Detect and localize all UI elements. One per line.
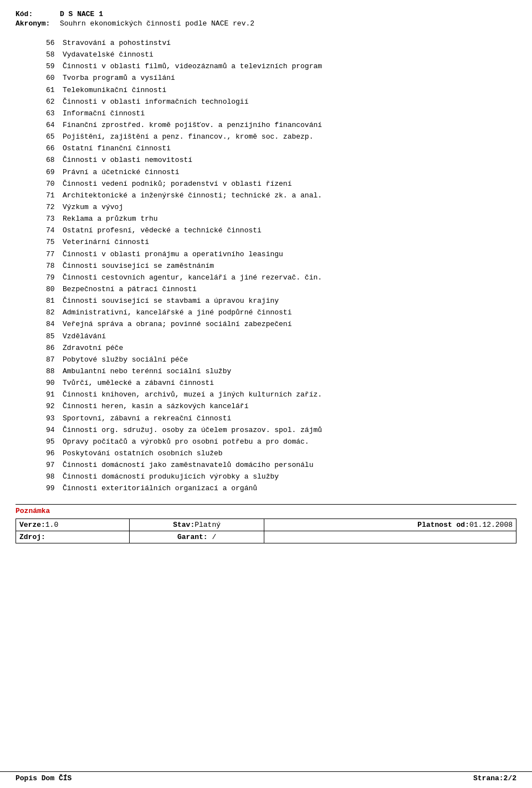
row-number: 88 <box>16 366 63 377</box>
row-text: Sportovní, zábavní a rekreační činnosti <box>63 413 516 424</box>
list-item: 72Výzkum a vývoj <box>16 202 516 213</box>
list-item: 98Činnosti domácností produkujících výro… <box>16 471 516 482</box>
list-item: 96Poskytování ostatních osobních služeb <box>16 448 516 459</box>
list-item: 84Veřejná správa a obrana; povinné sociá… <box>16 319 516 330</box>
row-number: 59 <box>16 61 63 72</box>
row-text: Veterinární činnosti <box>63 237 516 248</box>
row-text: Stravování a pohostinství <box>63 38 516 49</box>
row-text: Právní a účetnické činnosti <box>63 167 516 178</box>
row-number: 65 <box>16 131 63 143</box>
row-text: Poskytování ostatních osobních služeb <box>63 448 516 459</box>
row-number: 60 <box>16 73 63 84</box>
row-text: Činnosti v oblasti filmů, videozáznamů a… <box>63 61 516 72</box>
row-text: Tvůrčí, umělecké a zábavní činnosti <box>63 378 516 389</box>
list-item: 91Činnosti knihoven, archivů, muzeí a ji… <box>16 389 516 400</box>
row-text: Činnosti org. sdružuj. osoby za účelem p… <box>63 425 516 436</box>
stav-value: Platný <box>195 521 221 529</box>
row-text: Činnosti vedení podniků; poradenství v o… <box>63 179 516 190</box>
row-text: Činnosti související se zaměstnáním <box>63 261 516 272</box>
list-item: 66Ostatní finanční činnosti <box>16 143 516 154</box>
list-item: 56Stravování a pohostinství <box>16 38 516 49</box>
list-item: 95Opravy počítačů a výrobků pro osobní p… <box>16 436 516 448</box>
list-item: 85Vzdělávání <box>16 331 516 342</box>
row-text: Vydavatelské činnosti <box>63 49 516 60</box>
poznamka-label: Poznámka <box>16 507 516 515</box>
list-item: 71Architektonické a inženýrské činnosti;… <box>16 190 516 201</box>
kod-row: Kód: D S NACE 1 <box>16 10 516 18</box>
list-item: 77Činnosti v oblasti pronájmu a operativ… <box>16 249 516 260</box>
akronym-row: Akronym: Souhrn ekonomických činností po… <box>16 19 516 28</box>
row-text: Ambulantní nebo terénní sociální služby <box>63 366 516 377</box>
row-number: 92 <box>16 401 63 412</box>
row-number: 70 <box>16 179 63 190</box>
row-text: Vzdělávání <box>63 331 516 342</box>
footer-left: Popis Dom ČÍS <box>16 774 71 782</box>
stav-label: Stav: <box>173 521 195 529</box>
poznamka-section: Poznámka <box>16 504 516 515</box>
list-item: 81Činnosti související se stavbami a úpr… <box>16 296 516 307</box>
row-text: Činnosti v oblasti pronájmu a operativní… <box>63 249 516 260</box>
list-item: 60Tvorba programů a vysílání <box>16 73 516 84</box>
row-text: Opravy počítačů a výrobků pro osobní pot… <box>63 436 516 448</box>
list-item: 73Reklama a průzkum trhu <box>16 213 516 225</box>
row-text: Veřejná správa a obrana; povinné sociáln… <box>63 319 516 330</box>
row-number: 82 <box>16 307 63 318</box>
row-number: 56 <box>16 38 63 49</box>
kod-value: D S NACE 1 <box>60 10 103 18</box>
row-text: Výzkum a vývoj <box>63 202 516 213</box>
list-item: 86Zdravotní péče <box>16 343 516 354</box>
row-number: 58 <box>16 49 63 60</box>
row-number: 62 <box>16 96 63 108</box>
row-number: 68 <box>16 155 63 166</box>
row-number: 84 <box>16 319 63 330</box>
row-number: 74 <box>16 225 63 236</box>
row-text: Pobytové služby sociální péče <box>63 354 516 365</box>
row-number: 85 <box>16 331 63 342</box>
platnost-cell: Platnost od:01.12.2008 <box>264 519 516 531</box>
page-footer: Popis Dom ČÍS Strana:2/2 <box>0 771 532 782</box>
row-number: 77 <box>16 249 63 260</box>
list-item: 68Činnosti v oblasti nemovitostí <box>16 155 516 166</box>
list-item: 93Sportovní, zábavní a rekreační činnost… <box>16 413 516 424</box>
row-text: Administrativní, kancelářské a jiné podp… <box>63 307 516 318</box>
empty-cell <box>264 531 516 543</box>
row-number: 80 <box>16 284 63 295</box>
row-number: 96 <box>16 448 63 459</box>
row-number: 79 <box>16 272 63 283</box>
list-item: 88Ambulantní nebo terénní sociální služb… <box>16 366 516 377</box>
row-number: 75 <box>16 237 63 248</box>
verze-label: Verze: <box>19 521 45 529</box>
row-text: Ostatní finanční činnosti <box>63 143 516 154</box>
row-text: Tvorba programů a vysílání <box>63 73 516 84</box>
list-item: 63Informační činnosti <box>16 108 516 119</box>
list-item: 97Činnosti domácností jako zaměstnavatel… <box>16 460 516 471</box>
list-item: 99Činnosti exteritoriálních organizací a… <box>16 483 516 494</box>
zdroj-cell: Zdroj: <box>16 531 130 543</box>
list-item: 75Veterinární činnosti <box>16 237 516 248</box>
content-section: 56Stravování a pohostinství58Vydavatelsk… <box>16 38 516 494</box>
row-text: Činnosti cestovních agentur, kanceláří a… <box>63 272 516 283</box>
row-text: Bezpečnostní a pátrací činnosti <box>63 284 516 295</box>
footer-right: Strana:2/2 <box>473 774 516 782</box>
list-item: 70Činnosti vedení podniků; poradenství v… <box>16 179 516 190</box>
garant-cell: Garant: / <box>129 531 264 543</box>
verze-value: 1.0 <box>45 521 58 529</box>
list-item: 87Pobytové služby sociální péče <box>16 354 516 365</box>
row-text: Ostatní profesní, vědecké a technické či… <box>63 225 516 236</box>
row-number: 64 <box>16 120 63 131</box>
row-number: 97 <box>16 460 63 471</box>
row-text: Telekomunikační činnosti <box>63 85 516 96</box>
row-text: Finanční zprostřed. kromě pojišťov. a pe… <box>63 120 516 131</box>
verze-cell: Verze:1.0 <box>16 519 130 531</box>
page-container: Kód: D S NACE 1 Akronym: Souhrn ekonomic… <box>0 0 532 788</box>
row-text: Zdravotní péče <box>63 343 516 354</box>
row-text: Činnosti související se stavbami a úprav… <box>63 296 516 307</box>
list-item: 62Činnosti v oblasti informačních techno… <box>16 96 516 108</box>
row-number: 99 <box>16 483 63 494</box>
row-number: 61 <box>16 85 63 96</box>
header-section: Kód: D S NACE 1 Akronym: Souhrn ekonomic… <box>16 10 516 28</box>
row-number: 90 <box>16 378 63 389</box>
list-item: 90Tvůrčí, umělecké a zábavní činnosti <box>16 378 516 389</box>
row-number: 94 <box>16 425 63 436</box>
list-item: 82Administrativní, kancelářské a jiné po… <box>16 307 516 318</box>
